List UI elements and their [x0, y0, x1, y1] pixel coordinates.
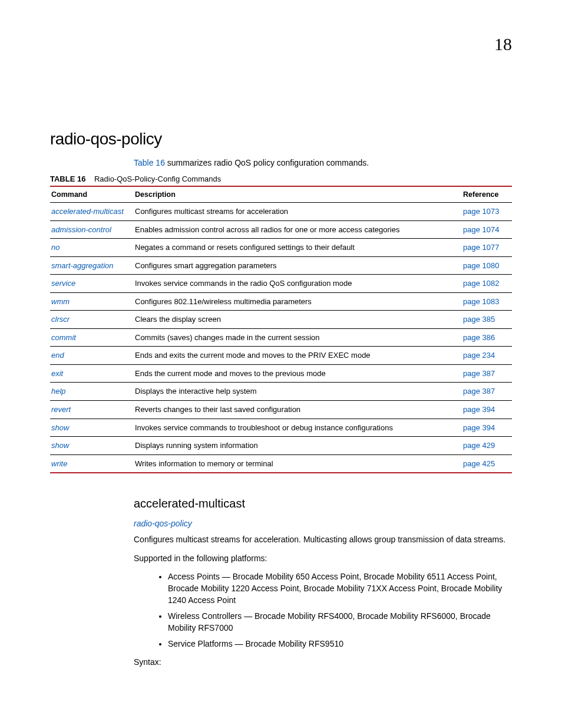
list-item: Service Platforms — Brocade Mobility RFS…: [168, 638, 512, 650]
list-item: Access Points — Brocade Mobility 650 Acc…: [168, 571, 512, 606]
table-caption: TABLE 16 Radio-QoS-Policy-Config Command…: [50, 174, 512, 183]
reference-link[interactable]: page 386: [462, 328, 512, 347]
reference-link[interactable]: page 1083: [462, 292, 512, 311]
reference-link[interactable]: page 387: [462, 364, 512, 383]
command-description: Commits (saves) changes made in the curr…: [134, 328, 462, 347]
command-link[interactable]: admission-control: [50, 220, 134, 239]
table-row: exitEnds the current mode and moves to t…: [50, 364, 512, 383]
reference-link[interactable]: page 1077: [462, 239, 512, 257]
command-link[interactable]: commit: [50, 328, 134, 347]
reference-link[interactable]: page 1082: [462, 275, 512, 293]
table-row: serviceInvokes service commands in the r…: [50, 275, 512, 293]
commands-table: Command Description Reference accelerate…: [50, 186, 512, 473]
command-link[interactable]: write: [50, 454, 134, 473]
command-link[interactable]: clrscr: [50, 311, 134, 329]
command-description: Negates a command or resets configured s…: [134, 239, 462, 257]
command-description: Displays running system information: [134, 437, 462, 455]
table-ref-link[interactable]: Table 16: [134, 158, 165, 167]
command-description: Invokes service commands to troubleshoot…: [134, 419, 462, 437]
table-row: wmmConfigures 802.11e/wireless multimedi…: [50, 292, 512, 311]
command-link[interactable]: revert: [50, 401, 134, 419]
intro-text: Table 16 summarizes radio QoS policy con…: [134, 158, 512, 167]
reference-link[interactable]: page 234: [462, 347, 512, 365]
reference-link[interactable]: page 429: [462, 437, 512, 455]
reference-link[interactable]: page 394: [462, 419, 512, 437]
section-body-2: Supported in the following platforms:: [134, 553, 512, 565]
table-row: showDisplays running system informationp…: [50, 437, 512, 455]
table-row: commitCommits (saves) changes made in th…: [50, 328, 512, 347]
section-heading: accelerated-multicast: [134, 497, 512, 510]
list-item: Wireless Controllers — Brocade Mobility …: [168, 611, 512, 634]
command-description: Configures multicast streams for acceler…: [134, 203, 462, 221]
command-description: Ends the current mode and moves to the p…: [134, 364, 462, 383]
platforms-list: Access Points — Brocade Mobility 650 Acc…: [157, 571, 512, 650]
command-link[interactable]: show: [50, 419, 134, 437]
table-caption-label: TABLE 16: [50, 174, 85, 183]
table-row: showInvokes service commands to troubles…: [50, 419, 512, 437]
table-row: smart-aggregationConfigures smart aggreg…: [50, 256, 512, 275]
command-description: Invokes service commands in the radio Qo…: [134, 275, 462, 293]
table-row: admission-controlEnables admission contr…: [50, 220, 512, 239]
command-link[interactable]: exit: [50, 364, 134, 383]
th-reference: Reference: [462, 186, 512, 203]
command-link[interactable]: accelerated-multicast: [50, 203, 134, 221]
th-description: Description: [134, 186, 462, 203]
chapter-number: 18: [494, 34, 512, 54]
table-row: noNegates a command or resets configured…: [50, 239, 512, 257]
command-link[interactable]: smart-aggregation: [50, 256, 134, 275]
page-title: radio-qos-policy: [50, 130, 512, 149]
command-link[interactable]: show: [50, 437, 134, 455]
reference-link[interactable]: page 1073: [462, 203, 512, 221]
reference-link[interactable]: page 1074: [462, 220, 512, 239]
command-link[interactable]: end: [50, 347, 134, 365]
section-body-1: Configures multicast streams for acceler…: [134, 534, 512, 546]
command-description: Clears the display screen: [134, 311, 462, 329]
intro-rest: summarizes radio QoS policy configuratio…: [165, 158, 369, 167]
reference-link[interactable]: page 1080: [462, 256, 512, 275]
command-description: Writes information to memory or terminal: [134, 454, 462, 473]
parent-link[interactable]: radio-qos-policy: [134, 519, 512, 528]
table-row: endEnds and exits the current mode and m…: [50, 347, 512, 365]
table-row: clrscrClears the display screenpage 385: [50, 311, 512, 329]
table-row: revertReverts changes to their last save…: [50, 401, 512, 419]
table-row: accelerated-multicastConfigures multicas…: [50, 203, 512, 221]
table-caption-text: Radio-QoS-Policy-Config Commands: [94, 174, 221, 183]
reference-link[interactable]: page 385: [462, 311, 512, 329]
command-description: Configures smart aggregation parameters: [134, 256, 462, 275]
command-description: Configures 802.11e/wireless multimedia p…: [134, 292, 462, 311]
reference-link[interactable]: page 387: [462, 383, 512, 401]
reference-link[interactable]: page 425: [462, 454, 512, 473]
command-link[interactable]: wmm: [50, 292, 134, 311]
command-description: Displays the interactive help system: [134, 383, 462, 401]
table-row: writeWrites information to memory or ter…: [50, 454, 512, 473]
th-command: Command: [50, 186, 134, 203]
reference-link[interactable]: page 394: [462, 401, 512, 419]
command-link[interactable]: no: [50, 239, 134, 257]
command-link[interactable]: help: [50, 383, 134, 401]
syntax-label: Syntax:: [134, 657, 512, 667]
command-description: Reverts changes to their last saved conf…: [134, 401, 462, 419]
command-link[interactable]: service: [50, 275, 134, 293]
command-description: Ends and exits the current mode and move…: [134, 347, 462, 365]
table-row: helpDisplays the interactive help system…: [50, 383, 512, 401]
command-description: Enables admission control across all rad…: [134, 220, 462, 239]
